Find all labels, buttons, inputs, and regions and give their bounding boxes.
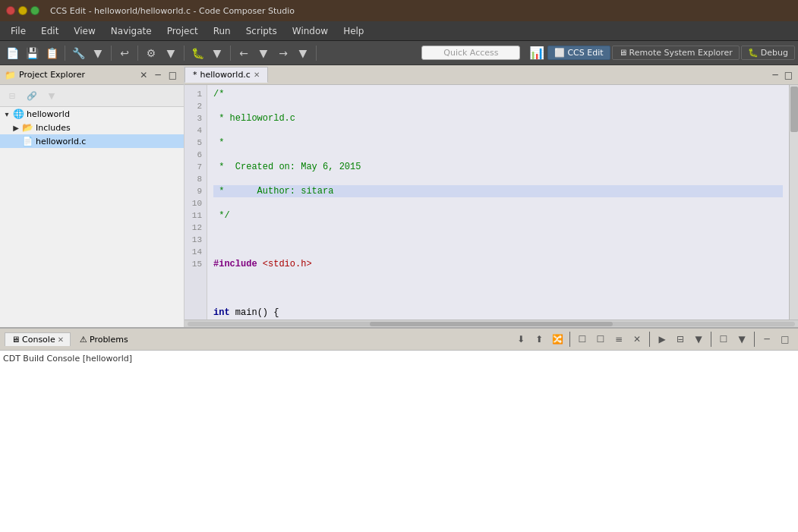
console-btn-2[interactable]: ⬆: [531, 331, 547, 348]
code-line-1: /*: [213, 88, 783, 100]
console-btn-dd[interactable]: ▼: [690, 331, 707, 348]
console-toolbar: ⬇ ⬆ 🔀 ☐ ☐ ≡ ✕ ▶ ⊟ ▼ ☐ ▼ ─ □: [513, 331, 793, 348]
toolbar-tools-btn[interactable]: 🔧: [69, 44, 87, 62]
console-tab-close[interactable]: ✕: [58, 335, 64, 344]
tab-filename: helloworld.c: [200, 70, 251, 80]
link-editor-btn[interactable]: 🔗: [23, 87, 41, 105]
console-btn-6[interactable]: ≡: [610, 331, 627, 348]
menu-project[interactable]: Project: [159, 24, 206, 38]
editor-maximize-btn[interactable]: □: [782, 69, 795, 81]
toolbar-sep-4: [184, 46, 185, 61]
console-btn-7[interactable]: ✕: [629, 331, 645, 348]
main-layout: 📁 Project Explorer ✕ ─ □ ⊟ 🔗 ▼ ▾ 🌐 hello…: [0, 65, 798, 532]
remote-label: Remote System Explorer: [629, 48, 733, 58]
console-btn-1[interactable]: ⬇: [513, 331, 529, 348]
console-tab[interactable]: 🖥 Console ✕: [5, 332, 71, 346]
file-arrow: [12, 137, 20, 146]
persp-remote-btn[interactable]: 🖥 Remote System Explorer: [612, 46, 740, 60]
code-line-2: * helloworld.c: [213, 112, 783, 124]
console-btn-9[interactable]: ⊟: [672, 331, 689, 348]
menu-bar: File Edit View Navigate Project Run Scri…: [0, 21, 798, 41]
collapse-arrow: ▾: [3, 110, 11, 118]
console-header: 🖥 Console ✕ ⚠ Problems ⬇ ⬆ 🔀 ☐ ☐ ≡ ✕ ▶ ⊟: [0, 329, 798, 351]
console-btn-8[interactable]: ▶: [654, 331, 670, 348]
debug-icon: 🐛: [748, 48, 759, 58]
code-line-10: int main() {: [213, 307, 783, 319]
project-explorer-title: Project Explorer: [19, 70, 134, 80]
toolbar-sep-2: [111, 46, 112, 61]
toolbar-undo-btn[interactable]: ↩: [115, 44, 134, 62]
console-sep-3: [711, 332, 711, 347]
toolbar-debug-dd[interactable]: ▼: [208, 44, 226, 62]
problems-tab[interactable]: ⚠ Problems: [74, 333, 134, 346]
project-explorer-close-btn[interactable]: ✕: [137, 69, 150, 81]
menu-navigate[interactable]: Navigate: [103, 24, 159, 38]
menu-run[interactable]: Run: [206, 24, 238, 38]
toolbar-debug-btn[interactable]: 🐛: [188, 44, 207, 62]
toolbar-fwd-btn[interactable]: →: [274, 44, 292, 62]
tree-item-helloworld-c[interactable]: 📄 helloworld.c: [0, 134, 184, 148]
console-btn-dd2[interactable]: ▼: [733, 331, 750, 348]
console-tab-label: Console: [22, 335, 55, 345]
editor-horizontal-scrollbar[interactable]: [185, 320, 798, 327]
console-minimize-btn[interactable]: ─: [759, 331, 775, 348]
view-menu-btn[interactable]: ▼: [43, 87, 61, 105]
window-controls[interactable]: [6, 6, 39, 15]
problems-icon: ⚠: [80, 335, 87, 345]
project-explorer-minimize-btn[interactable]: ─: [153, 69, 162, 81]
editor-area: * helloworld.c ✕ ─ □ 1 2 3 4 5 6 7 8 9 1…: [185, 65, 798, 327]
toolbar-tools-dd[interactable]: ▼: [89, 44, 107, 62]
code-line-8: #include <stdio.h>: [213, 258, 783, 270]
tab-close-btn[interactable]: ✕: [254, 71, 260, 79]
editors-area: 📁 Project Explorer ✕ ─ □ ⊟ 🔗 ▼ ▾ 🌐 hello…: [0, 65, 798, 327]
editor-tab-helloworld[interactable]: * helloworld.c ✕: [185, 67, 268, 83]
debug-label: Debug: [761, 48, 788, 58]
editor-content[interactable]: 1 2 3 4 5 6 7 8 9 10 11 12 13 14 15 /* *…: [185, 85, 798, 320]
project-explorer-maximize-btn[interactable]: □: [166, 69, 179, 81]
toolbar-back-dd[interactable]: ▼: [254, 44, 273, 62]
code-line-4: * Created on: May 6, 2015: [213, 161, 783, 173]
toolbar-new-btn[interactable]: 📄: [3, 44, 21, 62]
editor-scrollbar-thumb[interactable]: [790, 87, 798, 132]
menu-help[interactable]: Help: [336, 24, 371, 38]
close-button[interactable]: [6, 6, 15, 15]
toolbar-build-dd[interactable]: ▼: [162, 44, 180, 62]
minimize-button[interactable]: [18, 6, 27, 15]
persp-icon-btn[interactable]: 📊: [528, 44, 546, 62]
editor-vertical-scrollbar[interactable]: [789, 85, 798, 320]
c-file-icon: 📄: [22, 136, 33, 146]
console-sep-2: [649, 332, 650, 347]
console-body[interactable]: CDT Build Console [helloworld]: [0, 351, 798, 532]
code-editor[interactable]: /* * helloworld.c * * Created on: May 6,…: [207, 85, 789, 320]
menu-window[interactable]: Window: [285, 24, 336, 38]
menu-scripts[interactable]: Scripts: [238, 24, 285, 38]
tree-item-includes[interactable]: ▶ 📂 Includes: [0, 121, 184, 134]
toolbar-back-btn[interactable]: ←: [235, 44, 253, 62]
project-explorer-toolbar: ⊟ 🔗 ▼: [0, 85, 184, 107]
console-sep-4: [754, 332, 755, 347]
menu-file[interactable]: File: [3, 24, 33, 38]
perspective-area: 📊 ⬜ CCS Edit 🖥 Remote System Explorer 🐛 …: [528, 44, 795, 62]
h-scrollbar-thumb[interactable]: [370, 322, 613, 326]
menu-edit[interactable]: Edit: [33, 24, 66, 38]
toolbar-save-btn[interactable]: 💾: [23, 44, 41, 62]
includes-icon: 📂: [22, 122, 33, 133]
quick-access-input[interactable]: Quick Access: [421, 46, 520, 60]
toolbar-saveas-btn[interactable]: 📋: [43, 44, 61, 62]
console-btn-5[interactable]: ☐: [592, 331, 609, 348]
console-maximize-btn[interactable]: □: [777, 331, 793, 348]
persp-ccs-edit-btn[interactable]: ⬜ CCS Edit: [547, 46, 610, 60]
console-btn-3[interactable]: 🔀: [549, 331, 566, 348]
maximize-button[interactable]: [30, 6, 39, 15]
collapse-all-btn[interactable]: ⊟: [3, 87, 21, 105]
menu-view[interactable]: View: [66, 24, 103, 38]
tree-item-project[interactable]: ▾ 🌐 helloworld: [0, 107, 184, 121]
toolbar-fwd-dd[interactable]: ▼: [294, 44, 312, 62]
console-btn-4[interactable]: ☐: [574, 331, 591, 348]
console-btn-10[interactable]: ☐: [715, 331, 732, 348]
persp-debug-btn[interactable]: 🐛 Debug: [741, 46, 795, 60]
toolbar-build-btn[interactable]: ⚙: [142, 44, 160, 62]
tab-dirty-marker: *: [193, 70, 197, 80]
editor-minimize-btn[interactable]: ─: [770, 69, 780, 81]
title-bar: CCS Edit - helloworld/helloworld.c - Cod…: [0, 0, 798, 21]
